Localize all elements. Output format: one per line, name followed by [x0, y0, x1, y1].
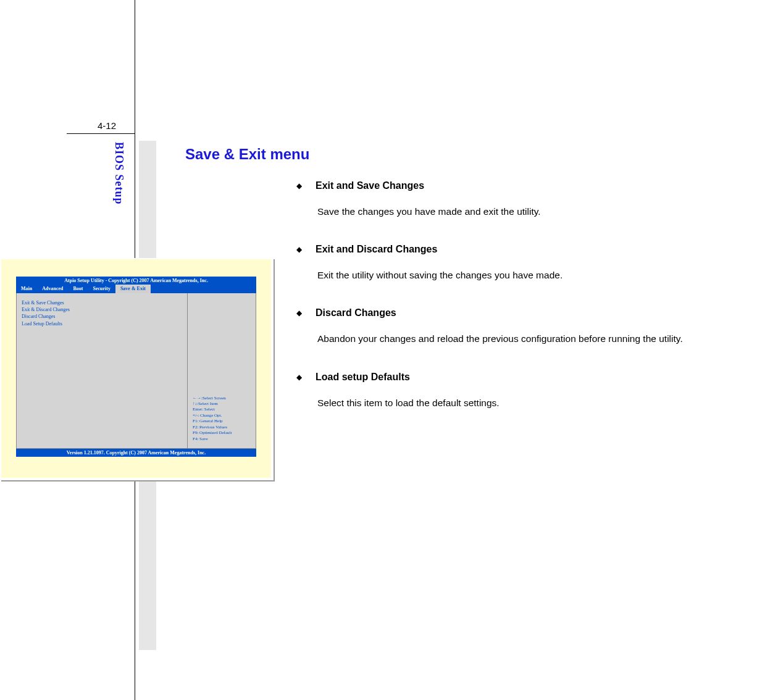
bullet-icon: ◆: [296, 373, 302, 381]
doc-item-body: Exit the utility without saving the chan…: [317, 264, 741, 286]
section-side-label: BIOS Setup: [112, 142, 125, 205]
bullet-icon: ◆: [296, 245, 302, 254]
doc-item: ◆ Exit and Discard Changes Exit the util…: [296, 244, 741, 286]
bios-menu-item[interactable]: Discard Changes: [22, 313, 182, 320]
doc-item-title: Discard Changes: [316, 307, 396, 319]
page-title: Save & Exit menu: [185, 146, 741, 163]
bios-menu-item[interactable]: Exit & Discard Changes: [22, 306, 182, 313]
doc-item-title: Exit and Save Changes: [316, 180, 424, 191]
page-number: 4-12: [98, 120, 116, 131]
doc-item-title: Exit and Discard Changes: [316, 244, 437, 255]
doc-item-heading: ◆ Exit and Save Changes: [296, 180, 741, 191]
bios-menu-item[interactable]: Load Setup Defaults: [22, 320, 182, 327]
bios-tab-security[interactable]: Security: [88, 285, 115, 293]
doc-item-heading: ◆ Discard Changes: [296, 307, 741, 319]
doc-item-body: Select this item to load the default set…: [317, 391, 741, 414]
doc-item-heading: ◆ Exit and Discard Changes: [296, 244, 741, 255]
page-number-rule: [67, 133, 135, 134]
doc-item: ◆ Exit and Save Changes Save the changes…: [296, 180, 741, 223]
doc-item: ◆ Discard Changes Abandon your changes a…: [296, 307, 741, 350]
bios-tab-main[interactable]: Main: [16, 285, 37, 293]
doc-item-heading: ◆ Load setup Defaults: [296, 372, 741, 383]
doc-item-body: Save the changes you have made and exit …: [317, 200, 741, 223]
bullet-icon: ◆: [296, 181, 302, 190]
bullet-icon: ◆: [296, 309, 302, 317]
doc-item-title: Load setup Defaults: [316, 372, 410, 383]
bios-menu-pane: Exit & Save Changes Exit & Discard Chang…: [17, 293, 188, 448]
bios-tab-save-exit[interactable]: Save & Exit: [115, 285, 151, 293]
bios-menu-item[interactable]: Exit & Save Changes: [22, 299, 182, 306]
bios-help-line: F4: Save: [193, 436, 232, 442]
bios-tab-boot[interactable]: Boot: [68, 285, 88, 293]
document-content: Save & Exit menu ◆ Exit and Save Changes…: [185, 146, 741, 435]
bios-tab-advanced[interactable]: Advanced: [37, 285, 68, 293]
doc-item-body: Abandon your changes and reload the prev…: [317, 327, 741, 350]
doc-item: ◆ Load setup Defaults Select this item t…: [296, 372, 741, 414]
bios-footer: Version 1.21.1097. Copyright (C) 2007 Am…: [16, 449, 256, 457]
